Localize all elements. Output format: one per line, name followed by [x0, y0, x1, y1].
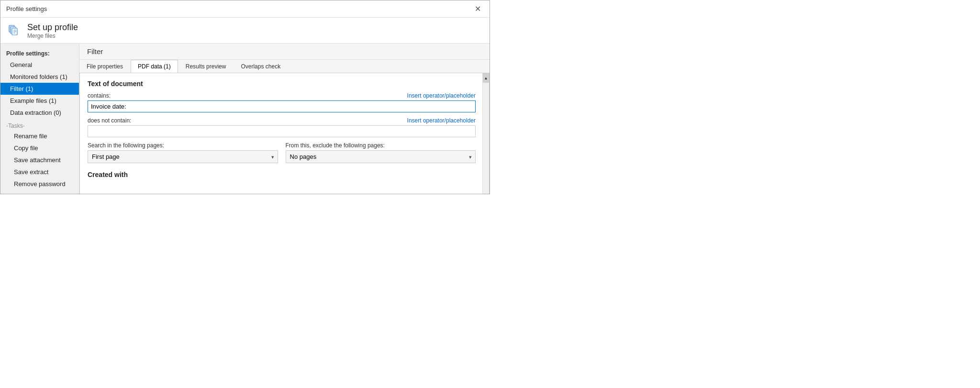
- search-pages-label: Search in the following pages:: [88, 142, 278, 149]
- sidebar-item-data-extraction[interactable]: Data extraction (0): [0, 107, 79, 119]
- tab-results-preview[interactable]: Results preview: [178, 60, 234, 73]
- exclude-pages-group: From this, exclude the following pages: …: [286, 142, 476, 163]
- tab-file-properties[interactable]: File properties: [79, 60, 130, 73]
- tab-pdf-data[interactable]: PDF data (1): [131, 60, 178, 73]
- does-not-contain-insert-link[interactable]: Insert operator/placeholder: [407, 117, 476, 124]
- sidebar-item-rename-file[interactable]: Rename file: [0, 130, 79, 142]
- contains-label-row: contains: Insert operator/placeholder: [88, 92, 476, 99]
- content-header: Filter: [79, 44, 490, 60]
- search-pages-select-wrapper: First page All pages Last page: [88, 150, 278, 163]
- sidebar: Profile settings: General Monitored fold…: [0, 44, 79, 194]
- title-bar: Profile settings ✕: [0, 0, 490, 18]
- contains-input[interactable]: [88, 100, 476, 112]
- tasks-label: -Tasks-: [0, 119, 79, 130]
- sidebar-item-save-extract[interactable]: Save extract: [0, 166, 79, 178]
- tab-overlaps-check[interactable]: Overlaps check: [234, 60, 288, 73]
- tabs-bar: File properties PDF data (1) Results pre…: [79, 60, 490, 73]
- scroll-up-button[interactable]: ▲: [483, 73, 490, 83]
- sidebar-item-filter[interactable]: Filter (1): [0, 83, 79, 95]
- title-bar-text: Profile settings: [6, 5, 47, 12]
- does-not-contain-input[interactable]: [88, 125, 476, 137]
- merge-icon: [7, 23, 22, 39]
- exclude-pages-select-wrapper: No pages First page Last page: [286, 150, 476, 163]
- header-title: Set up profile: [27, 22, 78, 33]
- search-pages-select[interactable]: First page All pages Last page: [88, 150, 278, 163]
- sidebar-item-general[interactable]: General: [0, 59, 79, 71]
- scrollbar[interactable]: ▲: [482, 73, 489, 194]
- close-button[interactable]: ✕: [472, 3, 484, 14]
- header-area: Set up profile Merge files: [0, 18, 490, 44]
- exclude-pages-select[interactable]: No pages First page Last page: [286, 150, 476, 163]
- does-not-contain-label-row: does not contain: Insert operator/placeh…: [88, 117, 476, 124]
- sidebar-item-monitored-folders[interactable]: Monitored folders (1): [0, 71, 79, 83]
- created-with-title: Created with: [88, 171, 476, 178]
- sidebar-item-copy-file[interactable]: Copy file: [0, 142, 79, 154]
- dropdowns-row: Search in the following pages: First pag…: [88, 142, 476, 163]
- text-of-document-title: Text of document: [88, 80, 476, 88]
- search-pages-group: Search in the following pages: First pag…: [88, 142, 278, 163]
- content-area: Filter File properties PDF data (1) Resu…: [79, 44, 490, 194]
- does-not-contain-label: does not contain:: [88, 117, 131, 124]
- exclude-pages-label: From this, exclude the following pages:: [286, 142, 476, 149]
- contains-field-row: contains: Insert operator/placeholder: [88, 92, 476, 112]
- contains-label: contains:: [88, 92, 111, 99]
- contains-insert-link[interactable]: Insert operator/placeholder: [407, 92, 476, 99]
- sidebar-item-save-attachment[interactable]: Save attachment: [0, 154, 79, 166]
- scroll-track: [483, 83, 489, 194]
- header-subtitle: Merge files: [27, 33, 78, 39]
- tab-content-pdf-data: Text of document contains: Insert operat…: [79, 73, 490, 194]
- does-not-contain-field-row: does not contain: Insert operator/placeh…: [88, 117, 476, 137]
- main-layout: Profile settings: General Monitored fold…: [0, 44, 490, 194]
- sidebar-section-label: Profile settings:: [0, 47, 79, 59]
- sidebar-item-example-files[interactable]: Example files (1): [0, 95, 79, 107]
- sidebar-item-remove-password[interactable]: Remove password: [0, 178, 79, 190]
- header-titles: Set up profile Merge files: [27, 22, 78, 39]
